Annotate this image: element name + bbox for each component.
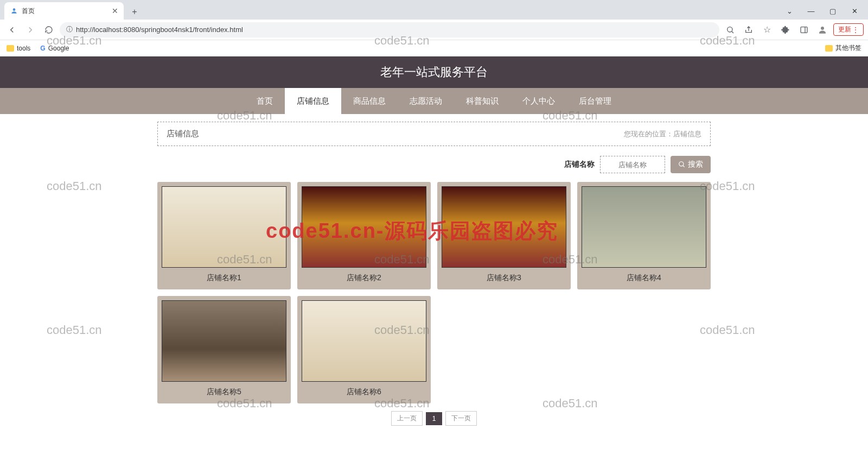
zoom-icon[interactable] bbox=[723, 22, 738, 37]
side-panel-icon[interactable] bbox=[796, 22, 812, 37]
content: 店铺信息 您现在的位置：店铺信息 店铺名称 搜索 店铺名称1店铺名称2店铺名称3… bbox=[157, 122, 711, 426]
url-text: http://localhost:8080/springboot4nsk1/fr… bbox=[76, 26, 243, 34]
store-card[interactable]: 店铺名称6 bbox=[297, 296, 431, 403]
person-icon bbox=[10, 7, 18, 15]
bookmark-tools[interactable]: tools bbox=[7, 45, 30, 52]
store-image bbox=[582, 186, 706, 268]
store-card[interactable]: 店铺名称1 bbox=[157, 182, 291, 289]
extensions-icon[interactable] bbox=[778, 22, 793, 37]
search-label: 店铺名称 bbox=[564, 160, 595, 169]
store-card[interactable]: 店铺名称2 bbox=[297, 182, 431, 289]
reload-icon[interactable] bbox=[41, 22, 56, 37]
store-title: 店铺名称3 bbox=[442, 268, 566, 285]
search-button[interactable]: 搜索 bbox=[671, 156, 711, 173]
store-image bbox=[162, 186, 286, 268]
window-controls: ⌄ — ▢ ✕ bbox=[781, 2, 868, 20]
nav-item-3[interactable]: 志愿活动 bbox=[398, 88, 454, 114]
bookmark-other[interactable]: 其他书签 bbox=[825, 43, 861, 53]
watermark: code51.cn bbox=[47, 179, 102, 193]
minimize-icon[interactable]: — bbox=[803, 7, 819, 15]
url-input[interactable]: ⓘ http://localhost:8080/springboot4nsk1/… bbox=[60, 22, 719, 37]
prev-page-button[interactable]: 上一页 bbox=[391, 411, 423, 426]
profile-icon[interactable] bbox=[815, 22, 830, 37]
update-button[interactable]: 更新 ⋮ bbox=[833, 23, 864, 36]
forward-icon[interactable] bbox=[23, 22, 38, 37]
store-title: 店铺名称2 bbox=[302, 268, 426, 285]
store-image bbox=[302, 186, 426, 268]
back-icon[interactable] bbox=[4, 22, 20, 37]
close-window-icon[interactable]: ✕ bbox=[846, 7, 863, 15]
folder-icon bbox=[825, 45, 833, 52]
store-card[interactable]: 店铺名称3 bbox=[437, 182, 571, 289]
page-header: 老年一站式服务平台 bbox=[0, 56, 868, 88]
svg-point-1 bbox=[727, 27, 732, 31]
store-title: 店铺名称6 bbox=[302, 382, 426, 399]
nav-menu: 首页店铺信息商品信息志愿活动科普知识个人中心后台管理 bbox=[0, 88, 868, 114]
nav-item-4[interactable]: 科普知识 bbox=[454, 88, 510, 114]
store-image bbox=[302, 300, 426, 382]
share-icon[interactable] bbox=[741, 22, 756, 37]
nav-item-2[interactable]: 商品信息 bbox=[341, 88, 398, 114]
card-grid: 店铺名称1店铺名称2店铺名称3店铺名称4店铺名称5店铺名称6 bbox=[157, 182, 711, 403]
store-image bbox=[162, 300, 286, 382]
next-page-button[interactable]: 下一页 bbox=[445, 411, 477, 426]
svg-rect-2 bbox=[801, 27, 807, 33]
svg-point-0 bbox=[13, 8, 16, 11]
breadcrumb-title: 店铺信息 bbox=[167, 129, 199, 139]
new-tab-button[interactable]: + bbox=[127, 4, 142, 20]
info-icon: ⓘ bbox=[66, 25, 73, 34]
site-title: 老年一站式服务平台 bbox=[380, 64, 488, 80]
nav-item-6[interactable]: 后台管理 bbox=[567, 88, 623, 114]
nav-item-5[interactable]: 个人中心 bbox=[510, 88, 567, 114]
nav-item-1[interactable]: 店铺信息 bbox=[285, 88, 341, 114]
folder-icon bbox=[7, 45, 14, 52]
page-number[interactable]: 1 bbox=[426, 412, 443, 425]
bookmark-google[interactable]: G Google bbox=[40, 45, 69, 52]
store-image bbox=[442, 186, 566, 268]
dropdown-icon[interactable]: ⌄ bbox=[781, 7, 797, 15]
breadcrumb: 店铺信息 您现在的位置：店铺信息 bbox=[157, 122, 711, 146]
address-bar: ⓘ http://localhost:8080/springboot4nsk1/… bbox=[0, 20, 868, 40]
breadcrumb-location: 您现在的位置：店铺信息 bbox=[624, 129, 701, 139]
google-icon: G bbox=[40, 45, 45, 52]
search-row: 店铺名称 搜索 bbox=[157, 156, 711, 173]
maximize-icon[interactable]: ▢ bbox=[825, 7, 841, 15]
store-title: 店铺名称1 bbox=[162, 268, 286, 285]
store-card[interactable]: 店铺名称4 bbox=[577, 182, 711, 289]
browser-chrome: 首页 ✕ + ⌄ — ▢ ✕ ⓘ http://localhost:8080/s… bbox=[0, 0, 868, 56]
close-icon[interactable]: ✕ bbox=[112, 7, 118, 15]
search-icon bbox=[678, 161, 686, 168]
browser-tab[interactable]: 首页 ✕ bbox=[4, 2, 124, 20]
nav-item-0[interactable]: 首页 bbox=[245, 88, 285, 114]
watermark: code51.cn bbox=[47, 323, 102, 337]
store-title: 店铺名称4 bbox=[582, 268, 706, 285]
svg-point-4 bbox=[821, 27, 824, 30]
pagination: 上一页 1 下一页 bbox=[157, 411, 711, 426]
bookmark-bar: tools G Google 其他书签 bbox=[0, 40, 868, 56]
tab-bar: 首页 ✕ + ⌄ — ▢ ✕ bbox=[0, 0, 868, 20]
store-title: 店铺名称5 bbox=[162, 382, 286, 399]
star-icon[interactable]: ☆ bbox=[760, 22, 775, 37]
svg-point-5 bbox=[679, 162, 684, 166]
search-input[interactable] bbox=[600, 156, 665, 173]
store-card[interactable]: 店铺名称5 bbox=[157, 296, 291, 403]
menu-dots-icon: ⋮ bbox=[852, 26, 859, 34]
tab-title: 首页 bbox=[22, 7, 108, 16]
